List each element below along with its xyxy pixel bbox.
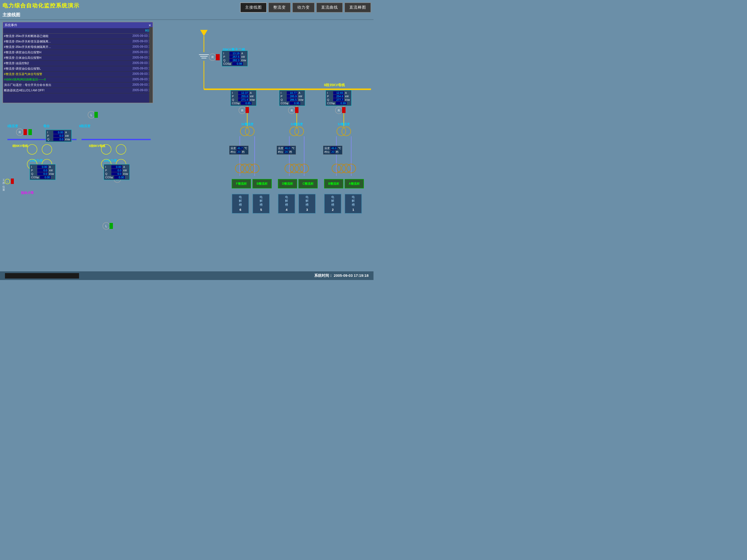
svg-point-77 [101, 144, 111, 154]
svg-point-16 [295, 127, 304, 136]
nav-btn-dc-bar[interactable]: 直流棒图 [344, 2, 371, 12]
line-info-box: I 13.19 A P 257.5 kW Q 282.3 kVar COSφ 0… [222, 51, 248, 66]
svg-text:2#整流变: 2#整流变 [291, 123, 303, 126]
tank-6: 电 解 槽 6 [232, 194, 249, 214]
svg-text:工: 工 [2, 179, 5, 182]
dyn1-info-box: I 0.00 A P 0.0 kW Q 0.0 kVar COSφ 0.00 [30, 164, 56, 180]
svg-point-23 [337, 127, 346, 136]
svg-rect-62 [11, 179, 14, 184]
status-bar: 系统时间： 2005-09-03 17:19:18 [0, 271, 374, 280]
svg-point-15 [290, 127, 299, 136]
cabinet-C: C整流柜 [299, 179, 318, 188]
svg-point-73 [27, 144, 37, 154]
nav-btn-dc-curve[interactable]: 直流曲线 [316, 2, 343, 12]
seg-info-box: I 0.00 A P 0.0 kW Q 0.0 kVar [46, 130, 72, 142]
svg-rect-47 [23, 129, 27, 135]
svg-rect-21 [342, 107, 345, 113]
page-subtitle: 主接线图 [2, 12, 20, 18]
rectifier3-temp: 温度 46.7 ℃ 档位 20 档 [229, 146, 249, 155]
status-time-label: 系统时间： [314, 273, 333, 277]
main-diagram: R II段35KV母线 35KV离子二线 R 3#整流变 R 2#整流变 [156, 21, 374, 271]
svg-text:位: 位 [2, 185, 5, 188]
svg-text:R: R [338, 109, 340, 112]
cabinet-B2: B整流柜 [324, 179, 343, 188]
rectifier2-temp: 温度 46.0 ℃ 档位 20 档 [277, 146, 296, 155]
svg-text:L: L [7, 181, 8, 183]
tank-2: 电 解 槽 2 [324, 194, 341, 214]
cabinet-B5: B整流柜 [253, 179, 272, 188]
svg-rect-67 [94, 112, 98, 118]
svg-rect-5 [246, 107, 249, 113]
svg-point-7 [240, 127, 249, 136]
svg-rect-48 [28, 129, 32, 135]
tank-4: 电 解 槽 4 [278, 194, 295, 214]
r-label-incoming: R [211, 56, 214, 59]
svg-text:L: L [105, 224, 107, 228]
switch-incoming-red [216, 54, 220, 60]
svg-text:I段压变: I段压变 [7, 124, 18, 128]
nav-btn-main[interactable]: 主接线图 [240, 2, 267, 12]
app-title: 电力综合自动化监控系统演示 [2, 2, 80, 9]
tank-5: 电 解 槽 5 [253, 194, 270, 214]
rectifier1-temp: 温度 46.6 ℃ 档位 20 档 [323, 146, 342, 155]
svg-text:置: 置 [2, 188, 5, 191]
svg-point-24 [342, 127, 351, 136]
svg-point-78 [116, 144, 126, 154]
svg-rect-72 [109, 223, 113, 229]
svg-text:R: R [291, 109, 293, 112]
dyn2-info-box: I 0.00 A P 0.0 kW Q 0.0 kVar COSφ 0.00 [104, 164, 130, 180]
svg-text:1#整流变: 1#整流变 [338, 123, 350, 126]
svg-point-36 [295, 164, 304, 173]
svg-text:I段6KV母线: I段6KV母线 [12, 144, 28, 148]
feed1-info-box: I 12.65 A P 254.8 kW Q 277.7 kVar COSφ 0… [326, 90, 352, 106]
svg-text:R: R [241, 109, 243, 112]
svg-text:II段6KV母线: II段6KV母线 [89, 144, 105, 148]
tank-1: 电 解 槽 1 [344, 194, 362, 214]
svg-point-30 [245, 164, 254, 173]
svg-point-8 [245, 127, 254, 136]
tank-3: 电 解 槽 3 [299, 194, 316, 214]
incoming-triangle [200, 30, 207, 36]
svg-point-35 [290, 164, 299, 173]
nav-btn-rectifier[interactable]: 整流变 [268, 2, 291, 12]
left-diagram: I段压变 R 母分 I段6KV母线 II段压变 II段6KV母线 1#动力变 2… [0, 21, 156, 271]
svg-text:II段压变: II段压变 [79, 124, 91, 128]
cabinet-A: A整流柜 [344, 179, 364, 188]
header-divider [0, 19, 374, 20]
svg-text:作: 作 [2, 182, 5, 184]
svg-text:L: L [91, 113, 93, 117]
svg-point-41 [337, 164, 346, 173]
svg-text:R: R [19, 131, 21, 134]
cabinet-D: D整流柜 [278, 179, 297, 188]
feed2-info-box: I 10.77 A P 285.9 kW Q 286.5 kVar COSφ 0… [279, 90, 305, 106]
svg-text:拉出小车: 拉出小车 [21, 191, 34, 194]
status-time-value: 2005-09-03 17:19:18 [334, 273, 368, 277]
status-left-block [5, 273, 79, 278]
cabinet-F: F整流柜 [232, 179, 251, 188]
svg-rect-13 [295, 107, 299, 113]
svg-text:母分: 母分 [43, 124, 50, 128]
nav-btn-power[interactable]: 动力变 [292, 2, 315, 12]
status-time: 系统时间： 2005-09-03 17:19:18 [314, 273, 368, 278]
svg-point-29 [240, 164, 249, 173]
svg-point-42 [342, 164, 351, 173]
svg-text:3#整流变: 3#整流变 [241, 123, 253, 126]
left-svg: I段压变 R 母分 I段6KV母线 II段压变 II段6KV母线 1#动力变 2… [0, 21, 156, 268]
feed3-info-box: I 12.37 A P 255.8 kW Q 271.4 kVar COSφ 0… [230, 90, 256, 106]
bus-35kv-label: II段35KV母线 [324, 83, 345, 87]
nav-bar: 主接线图 整流变 动力变 直流曲线 直流棒图 [240, 2, 371, 12]
svg-point-74 [42, 144, 52, 154]
